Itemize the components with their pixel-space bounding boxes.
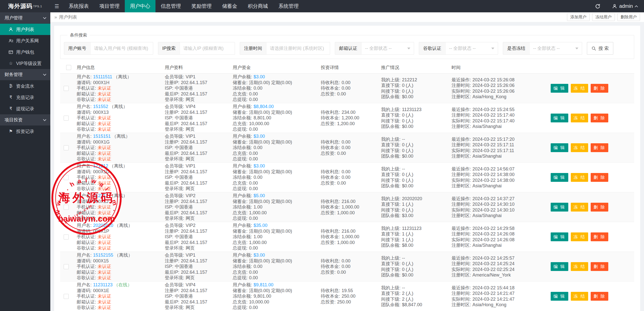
username-link[interactable]: 11231123	[93, 282, 112, 287]
field-value: 未认证	[98, 115, 111, 120]
row-checkbox[interactable]	[64, 175, 69, 180]
field-value: 0.00	[337, 91, 346, 96]
field-label: 注册时区:	[452, 213, 471, 218]
sidebar-group-1[interactable]: 用户管理	[0, 12, 50, 24]
nav-item-3[interactable]: 用户中心	[125, 0, 155, 12]
select-all-checkbox[interactable]	[66, 65, 71, 70]
username-link[interactable]: 15152155	[93, 253, 113, 258]
chevron-down-icon	[43, 16, 46, 19]
edit-button[interactable]: 编 辑	[551, 292, 568, 301]
nav-item-6[interactable]: 储蓄金	[217, 0, 243, 12]
freeze-button[interactable]: 冻 结	[571, 114, 588, 122]
username-link[interactable]: 15111511	[93, 74, 112, 79]
field-value: 2 (人)	[402, 297, 413, 302]
freeze-button[interactable]: 冻 结	[571, 232, 588, 241]
search-select-4[interactable]: -- 全部状态 --	[361, 42, 414, 54]
row-checkbox[interactable]	[64, 264, 69, 269]
delete-button[interactable]: 删 除	[591, 84, 608, 93]
username-link[interactable]: 20202020	[93, 223, 113, 228]
nav-item-5[interactable]: 奖励管理	[186, 0, 217, 12]
username-link[interactable]: 1515151	[93, 134, 111, 139]
freeze-button[interactable]: 冻 结	[571, 292, 588, 301]
field-indirect: 间接下级:0 (人)	[381, 207, 447, 213]
sidebar-group-2[interactable]: 财务管理	[0, 69, 50, 80]
field-value: 2024-03-22 15:24:55	[472, 107, 514, 112]
user-profile-cell: 会员等级:VIP1注册IP:202.64.1.157ISP:中国香港最后IP:2…	[162, 163, 230, 191]
field-value: 0 (人)	[402, 89, 413, 94]
freeze-button[interactable]: 冻 结	[571, 203, 588, 212]
username-link[interactable]: 212212	[93, 193, 108, 198]
delete-button[interactable]: 删 除	[591, 292, 608, 301]
sidebar-item-bitcoin-资金流水[interactable]: ₿资金流水	[0, 80, 50, 92]
search-select-6[interactable]: -- 全部状态 --	[530, 42, 582, 54]
search-input-2[interactable]	[180, 42, 235, 54]
username-link[interactable]: 151552	[93, 104, 108, 109]
delete-button[interactable]: 删 除	[591, 203, 608, 212]
field-label: 最近操作:	[452, 137, 471, 142]
row-checkbox[interactable]	[64, 294, 69, 299]
delete-button[interactable]: 删 除	[591, 262, 608, 271]
row-checkbox[interactable]	[64, 145, 69, 150]
freeze-button[interactable]: 冻 结	[571, 143, 588, 152]
edit-button[interactable]: 编 辑	[551, 143, 568, 152]
delete-button[interactable]: 删 除	[591, 114, 608, 122]
freeze-button[interactable]: 冻 结	[571, 173, 588, 182]
sidebar-item-flag-投资记录[interactable]: ⚑投资记录	[0, 126, 50, 137]
sidebar-item-rupee-提现记录[interactable]: ₹提现记录	[0, 103, 50, 114]
delete-button[interactable]: 删 除	[591, 143, 608, 152]
search-input-3[interactable]	[266, 42, 330, 54]
field-label: 冻结余额:	[233, 234, 252, 239]
field-value: 0.00	[337, 270, 346, 275]
row-checkbox[interactable]	[64, 116, 69, 121]
sidebar-item-user-用户列表[interactable]: 用户列表	[0, 24, 50, 35]
field-value: 202.64.1.157	[181, 140, 207, 145]
field-value: 000X1D	[93, 169, 109, 174]
nav-item-7[interactable]: 积分商城	[243, 0, 273, 12]
row-checkbox[interactable]	[64, 234, 69, 239]
row-checkbox[interactable]	[64, 86, 69, 91]
sidebar-item-star-VIP等级设置[interactable]: ☆VIP等级设置	[0, 58, 50, 69]
sidebar-item-wallet-用户钱包[interactable]: 用户钱包	[0, 46, 50, 58]
field-label: 会员等级:	[165, 223, 184, 228]
delete-user-button[interactable]: 删除用户	[617, 13, 640, 21]
freeze-button[interactable]: 冻 结	[571, 84, 588, 93]
sidebar-item-rupee-充值记录[interactable]: ₹充值记录	[0, 92, 50, 103]
nav-item-8[interactable]: 系统管理	[273, 0, 304, 12]
edit-button[interactable]: 编 辑	[551, 203, 568, 212]
delete-button[interactable]: 删 除	[591, 232, 608, 241]
search-button[interactable]: 搜 索	[587, 42, 613, 55]
field-reg_ip: 注册IP:202.64.1.157	[165, 258, 228, 264]
sidebar: 用户管理用户列表用户关系网用户钱包☆VIP等级设置财务管理₿资金流水₹充值记录₹…	[0, 12, 50, 311]
username-link[interactable]: 121212	[93, 163, 108, 168]
delete-button[interactable]: 删 除	[591, 173, 608, 182]
search-select-5[interactable]: -- 全部状态 --	[446, 42, 498, 54]
edit-button[interactable]: 编 辑	[551, 84, 568, 93]
row-checkbox[interactable]	[64, 205, 69, 210]
search-input-1[interactable]	[91, 42, 153, 54]
freeze-button[interactable]: 冻 结	[571, 262, 588, 271]
sidebar-group-3[interactable]: 项目投资	[0, 114, 50, 126]
refresh-icon[interactable]	[595, 4, 600, 9]
field-value: 1 (人)	[402, 231, 413, 236]
edit-button[interactable]: 编 辑	[551, 114, 568, 122]
edit-button[interactable]: 编 辑	[551, 232, 568, 241]
nav-item-2[interactable]: 项目管理	[94, 0, 125, 12]
invest-detail-cell: 待收利息:19.55待收本金:250.00总投资:250.00	[318, 288, 379, 305]
add-user-button[interactable]: 添加用户	[567, 13, 590, 21]
table-row: 用户名:121212 （离线）邀请码:000X1D手机认证:未认证邮箱认证:未认…	[60, 163, 634, 192]
admin-menu[interactable]: admin	[612, 3, 637, 9]
edit-button[interactable]: 编 辑	[551, 262, 568, 271]
field-real: 实际时间:2024-03-22 14:38:00	[452, 178, 545, 183]
field-upline: 我的上级:11231123	[381, 107, 447, 112]
edit-button[interactable]: 编 辑	[551, 173, 568, 182]
field-withdraw: 总提现:0.00	[233, 156, 316, 162]
menu-collapse-icon[interactable]: ☰	[50, 0, 63, 12]
field-value: 未认证	[98, 270, 111, 275]
nav-item-4[interactable]: 信息管理	[155, 0, 186, 12]
field-label: 最后IP:	[165, 299, 179, 304]
sidebar-item-users-用户关系网[interactable]: 用户关系网	[0, 35, 50, 46]
field-value: VIP1	[186, 134, 195, 139]
nav-item-1[interactable]: 系统报表	[63, 0, 94, 12]
field-label: 团队余额:	[381, 183, 400, 188]
freeze-user-button[interactable]: 冻结用户	[592, 13, 615, 21]
